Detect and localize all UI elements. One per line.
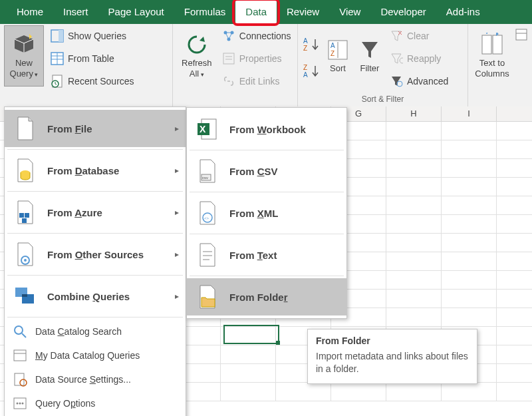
tooltip-body: Import metadata and links about files in… bbox=[316, 351, 468, 374]
menu-query-options[interactable]: Query Options bbox=[5, 391, 186, 415]
svg-rect-11 bbox=[223, 53, 234, 64]
tab-review[interactable]: Review bbox=[277, 0, 329, 24]
filter-icon bbox=[358, 38, 382, 62]
tab-developer[interactable]: Developer bbox=[370, 0, 436, 24]
menu-from-azure[interactable]: From Azure bbox=[5, 194, 186, 231]
show-queries-button[interactable]: Show Queries bbox=[49, 28, 136, 44]
label: Refresh bbox=[182, 58, 212, 69]
database-icon bbox=[13, 158, 38, 183]
recent-sources-button[interactable]: Recent Sources bbox=[49, 73, 136, 89]
ribbon: New Query ▾ Show Queries From Table Rece… bbox=[0, 24, 532, 107]
settings-icon bbox=[13, 372, 27, 387]
menu-data-source-settings[interactable]: Data Source Settings... bbox=[5, 367, 186, 391]
svg-point-38 bbox=[15, 326, 23, 334]
label: Clear bbox=[407, 31, 429, 41]
tab-data[interactable]: Data bbox=[235, 0, 277, 24]
tab-insert[interactable]: Insert bbox=[53, 0, 98, 24]
from-table-button[interactable]: From Table bbox=[49, 51, 136, 67]
menu-from-file[interactable]: From File bbox=[5, 110, 186, 147]
svg-rect-37 bbox=[22, 294, 27, 297]
label: From Text bbox=[229, 250, 277, 261]
label: From File bbox=[47, 123, 92, 134]
label: Data Catalog Search bbox=[35, 326, 122, 337]
svg-text:A: A bbox=[331, 42, 335, 49]
group-sort-filter: AZ ZA AZ Sort Filter Clear Reapply bbox=[298, 24, 468, 106]
group-connections: Refresh All ▾ Connections Properties Edi… bbox=[173, 24, 298, 106]
svg-text:Z: Z bbox=[303, 64, 307, 71]
svg-rect-26 bbox=[493, 35, 502, 54]
svg-point-47 bbox=[22, 403, 24, 405]
svg-point-24 bbox=[397, 81, 402, 87]
advanced-button[interactable]: Advanced bbox=[388, 73, 450, 89]
col-header[interactable]: I bbox=[442, 106, 497, 121]
menu-my-data-catalog-queries[interactable]: My Data Catalog Queries bbox=[5, 343, 186, 367]
properties-icon bbox=[222, 52, 235, 65]
svg-line-39 bbox=[22, 333, 26, 337]
group-data-tools: Text to Columns bbox=[468, 24, 532, 106]
label: Data Source Settings... bbox=[35, 374, 131, 385]
new-query-icon bbox=[12, 33, 36, 57]
tab-formulas[interactable]: Formulas bbox=[174, 0, 236, 24]
text-to-columns-button[interactable]: Text to Columns bbox=[472, 25, 512, 87]
svg-rect-25 bbox=[482, 35, 491, 54]
label: All ▾ bbox=[190, 69, 204, 80]
label: From XML bbox=[229, 208, 278, 219]
flash-fill-button[interactable] bbox=[515, 28, 528, 41]
svg-text:Z: Z bbox=[331, 50, 334, 57]
label: Filter bbox=[360, 63, 380, 74]
csv-icon: csv bbox=[195, 158, 220, 184]
menu-from-folder[interactable]: From Folder bbox=[187, 278, 346, 315]
sort-button[interactable]: AZ Sort bbox=[322, 25, 354, 87]
menu-data-catalog-search[interactable]: Data Catalog Search bbox=[5, 319, 186, 343]
refresh-icon bbox=[185, 33, 209, 57]
label: From Table bbox=[68, 53, 114, 64]
svg-text:<>: <> bbox=[204, 216, 209, 220]
label: From CSV bbox=[229, 166, 278, 177]
filter-button[interactable]: Filter bbox=[354, 25, 386, 87]
file-icon bbox=[13, 116, 38, 141]
svg-point-34 bbox=[24, 259, 27, 262]
svg-text:csv: csv bbox=[202, 176, 208, 180]
label: Reapply bbox=[407, 53, 441, 64]
options-icon bbox=[13, 396, 27, 411]
menu-from-xml[interactable]: <> From XML bbox=[187, 194, 346, 232]
sort-desc-button[interactable]: ZA bbox=[303, 64, 321, 79]
group-get-transform: New Query ▾ Show Queries From Table Rece… bbox=[0, 24, 173, 106]
tab-page-layout[interactable]: Page Layout bbox=[98, 0, 174, 24]
menu-from-workbook[interactable]: X From Workbook bbox=[187, 110, 346, 148]
svg-point-45 bbox=[17, 403, 19, 405]
label: From Azure bbox=[47, 207, 102, 218]
menu-from-csv[interactable]: csv From CSV bbox=[187, 152, 346, 190]
svg-rect-30 bbox=[19, 213, 24, 218]
tab-view[interactable]: View bbox=[329, 0, 370, 24]
xml-icon: <> bbox=[195, 200, 220, 226]
excel-icon: X bbox=[195, 116, 220, 142]
svg-rect-32 bbox=[22, 218, 27, 223]
svg-rect-31 bbox=[25, 213, 29, 218]
reapply-button: Reapply bbox=[388, 51, 450, 67]
label: Sort bbox=[330, 63, 346, 74]
connections-button[interactable]: Connections bbox=[221, 28, 293, 44]
properties-button: Properties bbox=[221, 51, 293, 67]
menu-from-other-sources[interactable]: From Other Sources bbox=[5, 236, 186, 273]
label: Columns bbox=[475, 69, 509, 79]
menu-from-text[interactable]: From Text bbox=[187, 236, 346, 274]
selected-cell[interactable] bbox=[223, 325, 279, 344]
menu-combine-queries[interactable]: Combine Queries bbox=[5, 278, 186, 315]
label: Show Queries bbox=[68, 31, 126, 41]
menu-from-database[interactable]: From Database bbox=[5, 152, 186, 189]
label: Recent Sources bbox=[68, 76, 134, 87]
col-header[interactable]: H bbox=[386, 106, 442, 121]
refresh-all-button[interactable]: Refresh All ▾ bbox=[177, 25, 217, 87]
catalog-icon bbox=[13, 348, 27, 363]
tab-addins[interactable]: Add-ins bbox=[436, 0, 490, 24]
sort-asc-button[interactable]: AZ bbox=[303, 37, 321, 52]
text-icon bbox=[195, 242, 220, 268]
new-query-button[interactable]: New Query ▾ bbox=[4, 25, 44, 87]
svg-text:Z: Z bbox=[303, 45, 307, 52]
clear-button: Clear bbox=[388, 28, 450, 44]
tab-home[interactable]: Home bbox=[7, 0, 53, 24]
label: Edit Links bbox=[239, 76, 280, 87]
folder-icon bbox=[195, 284, 220, 310]
combine-icon bbox=[13, 284, 38, 309]
